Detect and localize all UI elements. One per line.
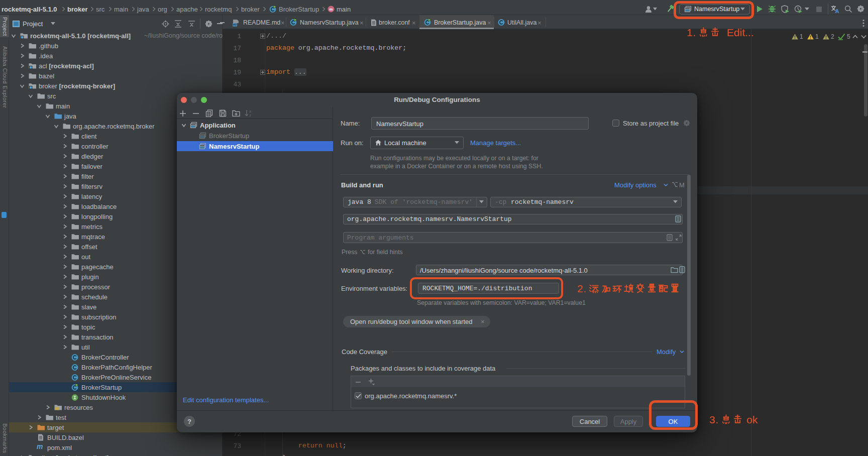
svg-text:m: m (329, 7, 333, 12)
svg-text:a: a (249, 109, 251, 113)
svg-text:MD: MD (233, 23, 237, 26)
svg-text:z: z (249, 113, 251, 117)
svg-text:A: A (835, 8, 839, 14)
